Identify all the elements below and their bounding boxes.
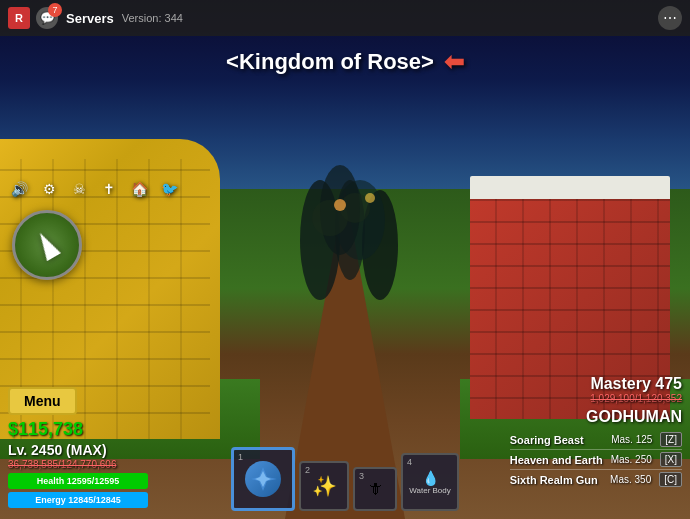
- slot-number-4: 4: [407, 457, 412, 467]
- ability-slot-1[interactable]: 1: [231, 447, 295, 511]
- arrow-icon: ⬅: [444, 48, 464, 76]
- player-hud: Menu $115,738 Lv. 2450 (MAX) 36,738,585/…: [8, 387, 148, 511]
- servers-label[interactable]: Servers: [66, 11, 114, 26]
- move-row-heaven-earth: Heaven and Earth Mas. 250 [X]: [510, 452, 682, 467]
- mastery-exp: 1,029,100/1,120,352: [510, 393, 682, 404]
- slot-number-1: 1: [238, 452, 243, 462]
- settings-icon[interactable]: ⚙: [38, 178, 60, 200]
- move-2-key: [X]: [660, 452, 682, 467]
- mastery-title: Mastery 475: [510, 375, 682, 393]
- background-trees: [0, 100, 690, 300]
- menu-button[interactable]: Menu: [8, 387, 77, 415]
- version-label: Version: 344: [122, 12, 658, 24]
- exp-display: 36,738,585/124,770,606: [8, 459, 148, 470]
- sound-icon[interactable]: 🔊: [8, 178, 30, 200]
- energy-bar: Energy 12845/12845: [8, 492, 148, 508]
- move-row-sixth-realm: Sixth Realm Gun Mas. 350 [C]: [510, 472, 682, 487]
- move-3-key: [C]: [659, 472, 682, 487]
- notification-button[interactable]: 💬 7: [36, 7, 58, 29]
- style-name: GODHUMAN: [510, 408, 682, 426]
- energy-bar-fill: Energy 12845/12845: [8, 492, 148, 508]
- more-button[interactable]: ⋯: [658, 6, 682, 30]
- roblox-logo: R: [8, 7, 30, 29]
- move-2-name: Heaven and Earth: [510, 454, 603, 466]
- health-bar-fill: Health 12595/12595: [8, 473, 148, 489]
- move-1-key: [Z]: [660, 432, 682, 447]
- ability-slot-3[interactable]: 3 🗡: [353, 467, 397, 511]
- right-stats-panel: Mastery 475 1,029,100/1,120,352 GODHUMAN…: [510, 375, 682, 489]
- game-viewport: R 💬 7 Servers Version: 344 ⋯ <Kingdom of…: [0, 0, 690, 519]
- ability-slot-4[interactable]: 4 💧 Water Body: [401, 453, 459, 511]
- health-bar: Health 12595/12595: [8, 473, 148, 489]
- ability-3-icon: 🗡: [367, 480, 383, 498]
- skull-icon[interactable]: ☠: [68, 178, 90, 200]
- move-2-mastery: Mas. 250: [611, 454, 652, 465]
- move-1-name: Soaring Beast: [510, 434, 603, 446]
- ability-bar: 1 2 ✨ 3 🗡 4 💧 Water Body: [231, 447, 459, 511]
- cross-icon[interactable]: ✝: [98, 178, 120, 200]
- notification-badge: 7: [48, 3, 62, 17]
- compass-needle: [33, 229, 61, 261]
- slot-number-2: 2: [305, 465, 310, 475]
- twitter-icon[interactable]: 🐦: [158, 178, 180, 200]
- kingdom-title: <Kingdom of Rose> ⬅: [226, 48, 464, 76]
- home-icon[interactable]: 🏠: [128, 178, 150, 200]
- ability-4-icon: 💧: [422, 470, 439, 486]
- ability-2-icon: ✨: [312, 474, 337, 498]
- top-bar: R 💬 7 Servers Version: 344 ⋯: [0, 0, 690, 36]
- compass: [12, 210, 82, 280]
- kingdom-name: <Kingdom of Rose>: [226, 49, 434, 75]
- level-display: Lv. 2450 (MAX): [8, 442, 148, 458]
- hud-icons-row: 🔊 ⚙ ☠ ✝ 🏠 🐦: [8, 178, 180, 200]
- move-row-soaring-beast: Soaring Beast Mas. 125 [Z]: [510, 432, 682, 447]
- sword-ability-icon: [245, 461, 281, 497]
- svg-point-7: [334, 199, 346, 211]
- svg-marker-10: [255, 471, 271, 487]
- ability-slot-2[interactable]: 2 ✨: [299, 461, 349, 511]
- divider-1: [510, 449, 682, 450]
- divider-2: [510, 469, 682, 470]
- ability-4-label: Water Body: [409, 486, 451, 495]
- move-3-mastery: Mas. 350: [610, 474, 651, 485]
- move-1-mastery: Mas. 125: [611, 434, 652, 445]
- svg-point-8: [365, 193, 375, 203]
- slot-number-3: 3: [359, 471, 364, 481]
- move-3-name: Sixth Realm Gun: [510, 474, 602, 486]
- gold-display: $115,738: [8, 419, 148, 440]
